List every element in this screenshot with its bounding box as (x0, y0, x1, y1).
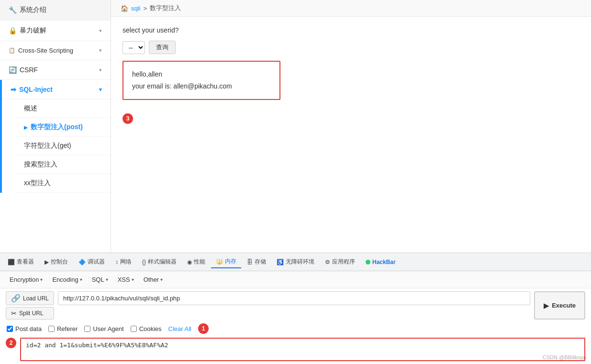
chevron-down-icon: ▾ (99, 87, 102, 93)
devtools-tab-memory[interactable]: 🔱 内存 (211, 255, 241, 268)
post-data-checkbox[interactable] (7, 326, 13, 332)
sidebar-sub-item-string-get[interactable]: 字符型注入(get) (15, 137, 111, 155)
sql-menu-button[interactable]: SQL ▾ (88, 274, 112, 285)
devtools-tab-application[interactable]: ⚙ 应用程序 (320, 256, 360, 268)
result-line2: your email is: allen@pikachu.com (132, 80, 271, 92)
devtools-tab-label: 控制台 (51, 258, 68, 266)
xss-menu-button[interactable]: XSS ▾ (114, 274, 138, 285)
execute-icon: ▶ (544, 302, 549, 309)
other-menu-button[interactable]: Other ▾ (140, 274, 167, 285)
encryption-menu-button[interactable]: Encryption ▾ (6, 274, 46, 285)
devtools-tab-inspector[interactable]: ⬛ 查看器 (3, 256, 39, 268)
devtools-tab-style-editor[interactable]: {} 样式编辑器 (137, 256, 181, 268)
user-agent-checkbox[interactable] (84, 326, 90, 332)
query-button[interactable]: 查询 (149, 41, 176, 54)
select-row: -- 1 2 3 查询 (123, 41, 580, 54)
userid-select[interactable]: -- 1 2 3 (123, 41, 145, 54)
post-data-checkbox-label[interactable]: Post data (7, 325, 42, 332)
storage-icon: 🗄 (247, 259, 253, 265)
devtools-tab-storage[interactable]: 🗄 存储 (242, 256, 271, 268)
devtools-tab-performance[interactable]: ◉ 性能 (182, 256, 210, 268)
chevron-down-icon: ▾ (99, 28, 102, 34)
breadcrumb-current: 数字型注入 (150, 4, 181, 12)
load-url-icon: 🔗 (11, 294, 21, 303)
sidebar-item-intro[interactable]: 🔧 系统介绍 (0, 0, 111, 21)
sidebar-sub-label: 搜索型注入 (24, 160, 57, 169)
clear-all-button[interactable]: Clear All (168, 325, 191, 332)
sidebar-item-bruteforce[interactable]: 🔒 暴力破解 ▾ (0, 21, 111, 41)
sidebar-sub-item-xx[interactable]: xx型注入 (15, 174, 111, 193)
chevron-down-icon: ▾ (40, 277, 43, 282)
breadcrumb: 🏠 sqli > 数字型注入 (111, 0, 591, 17)
sidebar-item-label: CSRF (20, 66, 99, 74)
encoding-menu-button[interactable]: Encoding ▾ (48, 274, 86, 285)
devtools-tab-debugger[interactable]: 🔷 调试器 (74, 256, 110, 268)
execute-button[interactable]: ▶ Execute (534, 291, 585, 320)
devtools-tab-label: 无障碍环境 (286, 258, 314, 266)
post-data-row: 2 id=2 and 1=1&submit=%E6%9F%A5%E8%AF%A2 (6, 338, 585, 361)
sidebar-item-sqlinject[interactable]: ➡ SQL-Inject ▾ (2, 80, 111, 99)
devtools-tab-accessibility[interactable]: ♿ 无障碍环境 (272, 256, 319, 268)
console-icon: ▶ (45, 259, 49, 265)
devtools-tab-hackbar[interactable]: HackBar (361, 257, 401, 267)
devtools-tab-label: 性能 (194, 258, 205, 266)
application-icon: ⚙ (325, 259, 330, 265)
user-agent-label: User Agent (93, 325, 123, 332)
sidebar-item-csrf[interactable]: 🔄 CSRF ▾ (0, 60, 111, 80)
sqlinject-subnav: 概述 ▶ 数字型注入(post) 字符型注入(get) 搜索型注入 xx型注入 (2, 99, 111, 193)
hackbar-dot-icon (366, 260, 370, 265)
xss-label: XSS (118, 276, 130, 283)
inspector-icon: ⬛ (8, 259, 15, 265)
sidebar-sub-item-numeric-post[interactable]: ▶ 数字型注入(post) (15, 118, 111, 137)
page-question: select your userid? (123, 26, 580, 34)
cookies-checkbox-label[interactable]: Cookies (131, 325, 162, 332)
chevron-down-icon: ▾ (132, 277, 134, 282)
url-buttons: 🔗 Load URL ✂ Split URL (6, 291, 54, 320)
devtools-tab-label: 查看器 (17, 258, 34, 266)
result-box: hello,allen your email is: allen@pikachu… (123, 61, 280, 100)
sidebar-sub-item-search[interactable]: 搜索型注入 (15, 155, 111, 174)
cookies-label: Cookies (139, 325, 162, 332)
sidebar-item-label: SQL-Inject (19, 86, 99, 93)
sidebar-sub-label: xx型注入 (24, 179, 51, 188)
encoding-label: Encoding (52, 276, 78, 283)
devtools-tab-label: 样式编辑器 (148, 258, 177, 266)
devtools-tab-label: 调试器 (88, 258, 105, 266)
sidebar-item-xss[interactable]: 📋 Cross-Site Scripting ▾ (0, 41, 111, 60)
split-url-button[interactable]: ✂ Split URL (6, 307, 54, 320)
breadcrumb-separator: > (144, 5, 147, 12)
referer-checkbox-label[interactable]: Referer (48, 325, 78, 332)
sql-label: SQL (92, 276, 104, 283)
load-url-button[interactable]: 🔗 Load URL (6, 291, 54, 305)
split-url-label: Split URL (19, 310, 44, 317)
hackbar-toolbar: Encryption ▾ Encoding ▾ SQL ▾ XSS ▾ Othe… (0, 271, 591, 288)
network-icon: ↕ (115, 259, 118, 265)
breadcrumb-sqli-link[interactable]: sqli (131, 5, 141, 12)
memory-icon: 🔱 (216, 258, 223, 265)
chevron-down-icon: ▾ (99, 67, 102, 73)
page-content: select your userid? -- 1 2 3 查询 hello,al… (111, 17, 591, 253)
devtools-tab-label: 网络 (120, 258, 132, 266)
annotation-badge-1: 1 (198, 323, 209, 334)
devtools-tab-console[interactable]: ▶ 控制台 (40, 256, 73, 268)
annotation-badge-2: 2 (6, 338, 16, 348)
sidebar-sub-label: 字符型注入(get) (24, 142, 71, 150)
sidebar-item-sqlinject-wrapper: ➡ SQL-Inject ▾ 概述 ▶ 数字型注入(post) 字符型注入(ge… (0, 80, 111, 193)
referer-label: Referer (57, 325, 78, 332)
accessibility-icon: ♿ (277, 259, 284, 265)
sidebar-sub-label: 概述 (24, 104, 37, 113)
sidebar-sub-item-overview[interactable]: 概述 (15, 99, 111, 118)
cookies-checkbox[interactable] (131, 326, 137, 332)
content-area: 🏠 sqli > 数字型注入 select your userid? -- 1 … (111, 0, 591, 253)
sidebar: 🔧 系统介绍 🔒 暴力破解 ▾ 📋 Cross-Site Scripting ▾… (0, 0, 111, 253)
devtools-tab-network[interactable]: ↕ 网络 (111, 256, 136, 268)
url-input[interactable] (58, 291, 530, 305)
user-agent-checkbox-label[interactable]: User Agent (84, 325, 123, 332)
referer-checkbox[interactable] (48, 326, 55, 332)
post-data-input[interactable]: id=2 and 1=1&submit=%E6%9F%A5%E8%AF%A2 (21, 339, 584, 359)
result-line1: hello,allen (132, 68, 271, 80)
sidebar-item-label: Cross-Site Scripting (18, 47, 99, 54)
chevron-down-icon: ▾ (80, 277, 82, 282)
style-editor-icon: {} (142, 259, 146, 265)
devtools-tab-label: 应用程序 (332, 258, 355, 266)
